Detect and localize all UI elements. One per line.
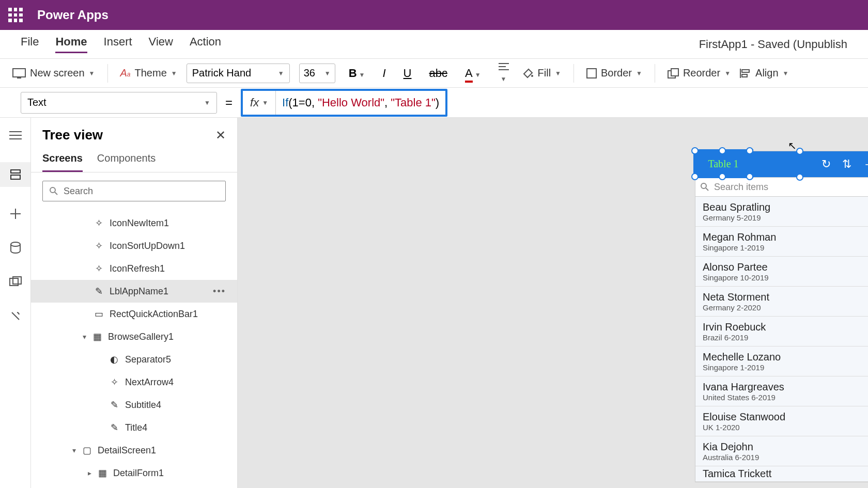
- tree-search-input[interactable]: Search: [42, 181, 226, 201]
- svg-rect-11: [742, 74, 747, 77]
- font-size-select[interactable]: 36 ▼: [299, 64, 335, 83]
- underline-button[interactable]: U: [399, 67, 416, 80]
- gallery-item[interactable]: Ivana HargreavesUnited States 6-2019›: [695, 376, 868, 406]
- chevron-down-icon[interactable]: ▾: [72, 446, 76, 454]
- gallery-item[interactable]: Kia DejohnAustralia 6-2019›: [695, 436, 868, 466]
- arrow-icon: ✧: [109, 376, 120, 388]
- tree-item[interactable]: ✎Subtitle4: [31, 393, 237, 416]
- new-screen-button[interactable]: New screen ▼: [12, 67, 95, 79]
- app-title: Power Apps: [37, 8, 109, 22]
- font-family-select[interactable]: Patrick Hand ▼: [187, 64, 290, 83]
- tree-item[interactable]: ✎Title4: [31, 416, 237, 439]
- theme-button[interactable]: Aa Theme ▼: [120, 67, 177, 79]
- fx-button[interactable]: fx ▼: [243, 91, 276, 115]
- control-icon: ✧: [93, 217, 104, 229]
- font-color-button[interactable]: A▼: [461, 67, 485, 80]
- selection-handle[interactable]: [691, 147, 699, 154]
- gallery-item[interactable]: Tamica Trickett›: [695, 466, 868, 482]
- formula-input[interactable]: If(1=0, "Hello World", "Table 1"): [276, 96, 445, 109]
- reorder-button[interactable]: Reorder ▼: [668, 67, 731, 79]
- tree-item[interactable]: ▭RectQuickActionBar1: [31, 303, 237, 325]
- chevron-down-icon[interactable]: ▾: [83, 333, 86, 341]
- gallery-item[interactable]: Beau SpratlingGermany 5-2019›: [695, 197, 868, 227]
- fill-button[interactable]: Fill ▼: [522, 67, 561, 79]
- menu-view[interactable]: View: [149, 35, 173, 53]
- chevron-down-icon: ▼: [555, 70, 561, 77]
- tree-item[interactable]: ✧NextArrow4: [31, 371, 237, 393]
- menu-home[interactable]: Home: [55, 35, 87, 53]
- tree-list: ✧IconNewItem1 ✧IconSortUpDown1 ✧IconRefr…: [31, 210, 237, 488]
- border-button[interactable]: Border ▼: [586, 67, 642, 79]
- selection-handle[interactable]: [719, 173, 726, 180]
- left-rail: [0, 118, 31, 488]
- gallery-item[interactable]: Irvin RoebuckBrazil 6-2019›: [695, 317, 868, 347]
- tree-item[interactable]: ◐Separator5: [31, 348, 237, 371]
- new-screen-label: New screen: [30, 67, 85, 79]
- align-objects-icon: [740, 68, 751, 78]
- more-icon[interactable]: •••: [213, 286, 226, 297]
- gallery-item[interactable]: Alonso ParteeSingapore 10-2019›: [695, 257, 868, 287]
- search-placeholder: Search: [64, 186, 93, 197]
- app-launcher-icon[interactable]: [8, 8, 23, 22]
- media-icon[interactable]: [8, 275, 23, 289]
- chevron-right-icon[interactable]: ▸: [88, 469, 91, 477]
- tree-item[interactable]: ✧IconRefresh1: [31, 257, 237, 280]
- align-button[interactable]: Align ▼: [740, 67, 788, 79]
- selection-handle[interactable]: [746, 173, 753, 180]
- tools-icon[interactable]: [8, 309, 23, 323]
- gallery-item[interactable]: Megan RohmanSingapore 1-2019›: [695, 227, 868, 257]
- selection-handle[interactable]: [796, 174, 803, 181]
- svg-rect-0: [13, 69, 25, 77]
- selection-handle[interactable]: [719, 147, 726, 154]
- sort-icon[interactable]: ⇅: [842, 158, 851, 171]
- menu-file[interactable]: File: [21, 35, 39, 53]
- tab-screens[interactable]: Screens: [42, 147, 83, 172]
- menu-action[interactable]: Action: [190, 35, 221, 53]
- data-icon[interactable]: [8, 241, 23, 255]
- rect-icon: ▭: [93, 308, 104, 320]
- insert-icon[interactable]: [8, 207, 23, 221]
- gallery-item[interactable]: Elouise StanwoodUK 1-2020›: [695, 406, 868, 436]
- tree-item-selected[interactable]: ✎LblAppName1•••: [31, 280, 237, 303]
- strikethrough-button[interactable]: abc: [425, 67, 451, 80]
- tab-components[interactable]: Components: [97, 147, 156, 172]
- cursor-icon: ↖: [788, 139, 797, 152]
- refresh-icon[interactable]: ↻: [822, 158, 831, 171]
- formula-bar: Text ▼ = fx ▼ If(1=0, "Hello World", "Ta…: [0, 88, 868, 118]
- canvas[interactable]: ↖ Table 1 ↻ ⇅ ＋ Searc: [238, 118, 868, 488]
- tree-item-screen[interactable]: ▾▢DetailScreen1: [31, 439, 237, 462]
- selection-handle[interactable]: [746, 147, 753, 154]
- selection-handle[interactable]: [691, 173, 699, 180]
- selected-label-control[interactable]: Table 1: [693, 149, 753, 178]
- bold-button[interactable]: B▼: [345, 67, 369, 80]
- menu-insert[interactable]: Insert: [104, 35, 132, 53]
- save-status: FirstApp1 - Saved (Unpublish: [699, 38, 847, 51]
- tree-item-gallery[interactable]: ▾▦BrowseGallery1: [31, 325, 237, 348]
- tree-item[interactable]: ✧IconSortUpDown1: [31, 234, 237, 257]
- close-icon[interactable]: ✕: [215, 128, 226, 143]
- separator: [574, 64, 574, 83]
- chevron-down-icon: ▼: [278, 70, 284, 77]
- svg-rect-6: [587, 69, 596, 78]
- gallery-icon: ▦: [91, 331, 103, 342]
- tree-view-icon[interactable]: [0, 162, 30, 187]
- title-bar: Power Apps: [0, 0, 868, 30]
- gallery-item[interactable]: Neta StormentGermany 2-2020›: [695, 287, 868, 317]
- property-value: Text: [27, 97, 47, 108]
- hamburger-icon[interactable]: [8, 128, 23, 143]
- chevron-down-icon: ▼: [89, 70, 95, 77]
- chevron-down-icon: ▼: [262, 99, 268, 106]
- separator: [655, 64, 655, 83]
- text-align-button[interactable]: ▼: [494, 62, 513, 84]
- search-icon: [701, 183, 709, 191]
- italic-button[interactable]: I: [378, 67, 390, 80]
- gallery-item[interactable]: Mechelle LozanoSingapore 1-2019›: [695, 347, 868, 376]
- add-icon[interactable]: ＋: [863, 156, 868, 172]
- preview-gallery: Beau SpratlingGermany 5-2019› Megan Rohm…: [695, 197, 868, 482]
- tree-item[interactable]: ✧IconNewItem1: [31, 212, 237, 234]
- chevron-down-icon: ▼: [636, 70, 642, 77]
- property-select[interactable]: Text ▼: [21, 92, 217, 114]
- tree-item[interactable]: ▸▦DetailForm1: [31, 462, 237, 484]
- selection-handle[interactable]: [796, 148, 803, 155]
- control-icon: ✧: [93, 240, 104, 251]
